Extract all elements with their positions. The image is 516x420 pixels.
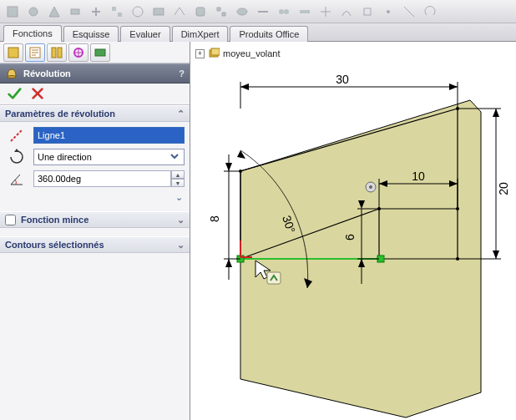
- params-header[interactable]: Paramètres de révolution ⌃: [0, 105, 190, 122]
- svg-text:6: 6: [343, 234, 357, 240]
- tool-button[interactable]: [170, 3, 189, 21]
- chevron-down-icon[interactable]: ⌄: [175, 192, 183, 203]
- chevron-up-icon: ⌃: [177, 109, 185, 119]
- tool-button[interactable]: [45, 3, 63, 21]
- svg-rect-14: [8, 48, 18, 58]
- direction-combo[interactable]: Une direction: [33, 149, 185, 165]
- svg-rect-19: [95, 49, 105, 56]
- svg-rect-11: [300, 10, 310, 13]
- tool-button[interactable]: [149, 3, 168, 21]
- tool-button[interactable]: [129, 3, 147, 21]
- dim-left-height[interactable]: 8: [208, 154, 240, 280]
- svg-rect-17: [58, 48, 62, 58]
- thin-checkbox-wrap: Fonction mince: [5, 215, 89, 225]
- svg-rect-12: [364, 8, 371, 15]
- feature-tree-tab-icon[interactable]: [3, 43, 23, 62]
- svg-text:10: 10: [412, 170, 425, 183]
- tab-fonctions[interactable]: Fonctions: [3, 25, 62, 42]
- confirm-row: [0, 83, 190, 105]
- main-toolbar: [0, 0, 516, 23]
- tool-button[interactable]: [275, 3, 293, 21]
- angle-icon: [5, 170, 28, 187]
- tool-button[interactable]: [191, 3, 210, 21]
- dimxpert-tab-icon[interactable]: [68, 43, 89, 62]
- angle-spin-up[interactable]: ▲: [171, 170, 185, 179]
- direction-row: Une direction: [5, 149, 185, 165]
- help-button[interactable]: ?: [179, 68, 185, 78]
- tool-button[interactable]: [358, 3, 377, 21]
- dim-top-width[interactable]: 30: [240, 73, 458, 109]
- tool-button[interactable]: [296, 3, 314, 21]
- tool-button[interactable]: [316, 3, 335, 21]
- tool-button[interactable]: [379, 3, 397, 21]
- svg-rect-16: [52, 48, 56, 58]
- tool-button[interactable]: [212, 3, 230, 21]
- tool-button[interactable]: [3, 3, 22, 21]
- reverse-direction-icon[interactable]: [5, 149, 28, 165]
- command-manager-tabs: Fonctions Esquisse Evaluer DimXpert Prod…: [0, 23, 516, 42]
- tool-button[interactable]: [233, 3, 251, 21]
- tool-button[interactable]: [421, 3, 439, 21]
- angle-spin-down[interactable]: ▼: [171, 179, 185, 187]
- angle-row: ▲ ▼: [5, 170, 185, 187]
- svg-text:20: 20: [497, 182, 510, 195]
- property-manager-tab-icon[interactable]: [25, 43, 45, 62]
- svg-point-8: [237, 8, 247, 15]
- tool-button[interactable]: [337, 3, 356, 21]
- contours-header-label: Contours sélectionnés: [5, 240, 104, 250]
- svg-text:30: 30: [336, 73, 349, 86]
- cancel-button[interactable]: [30, 86, 45, 103]
- contours-header[interactable]: Contours sélectionnés ⌄: [0, 236, 190, 253]
- angle-input[interactable]: [33, 170, 171, 187]
- svg-rect-56: [267, 272, 281, 284]
- svg-point-20: [8, 76, 16, 78]
- tool-button[interactable]: [66, 3, 84, 21]
- chevron-down-icon: ⌄: [177, 240, 185, 250]
- feature-title-text: Révolution: [23, 68, 71, 78]
- tool-button[interactable]: [400, 3, 418, 21]
- configuration-tab-icon[interactable]: [47, 43, 67, 62]
- display-tab-icon[interactable]: [90, 43, 110, 62]
- tab-evaluer[interactable]: Evaluer: [120, 26, 169, 42]
- svg-rect-4: [118, 13, 122, 17]
- axis-selection-field[interactable]: [33, 127, 185, 144]
- axis-row: [5, 127, 185, 144]
- revolve-icon: [5, 66, 18, 81]
- cursor-icon: [254, 259, 282, 289]
- workspace: Révolution ? Paramètres de révolution ⌃: [0, 42, 516, 420]
- chevron-down-icon: [169, 150, 180, 164]
- property-manager-panel: Révolution ? Paramètres de révolution ⌃: [0, 42, 190, 420]
- chevron-down-icon: ⌄: [177, 215, 185, 225]
- panel-tab-row: [0, 42, 190, 63]
- svg-rect-7: [196, 8, 205, 16]
- direction-combo-value: Une direction: [38, 152, 92, 162]
- svg-rect-6: [154, 8, 164, 15]
- graphics-area[interactable]: + moyeu_volant: [190, 42, 516, 420]
- tab-esquisse[interactable]: Esquisse: [63, 26, 119, 42]
- svg-rect-0: [8, 7, 18, 17]
- thin-header[interactable]: Fonction mince ⌄: [0, 211, 190, 228]
- svg-rect-3: [112, 7, 116, 11]
- svg-point-13: [387, 10, 390, 13]
- svg-point-10: [284, 9, 289, 14]
- thin-header-label: Fonction mince: [21, 215, 89, 225]
- tab-produits-office[interactable]: Produits Office: [230, 26, 308, 42]
- svg-point-55: [369, 185, 372, 189]
- tool-button[interactable]: [24, 3, 43, 21]
- tab-dimxpert[interactable]: DimXpert: [172, 26, 229, 42]
- tool-button[interactable]: [87, 3, 105, 21]
- svg-point-5: [133, 7, 143, 17]
- params-body: Une direction ▲ ▼: [0, 122, 190, 211]
- model-drawing: 30 20 10: [190, 42, 516, 420]
- axis-icon: [5, 127, 28, 144]
- ok-button[interactable]: [7, 86, 22, 103]
- svg-point-9: [279, 9, 284, 14]
- angle-spin: ▲ ▼: [33, 170, 185, 187]
- thin-checkbox[interactable]: [5, 215, 16, 225]
- svg-text:8: 8: [208, 215, 221, 222]
- feature-title-bar: Révolution ?: [0, 63, 190, 83]
- svg-point-1: [29, 8, 38, 16]
- tool-button[interactable]: [108, 3, 126, 21]
- tool-button[interactable]: [254, 3, 272, 21]
- svg-rect-2: [71, 9, 79, 14]
